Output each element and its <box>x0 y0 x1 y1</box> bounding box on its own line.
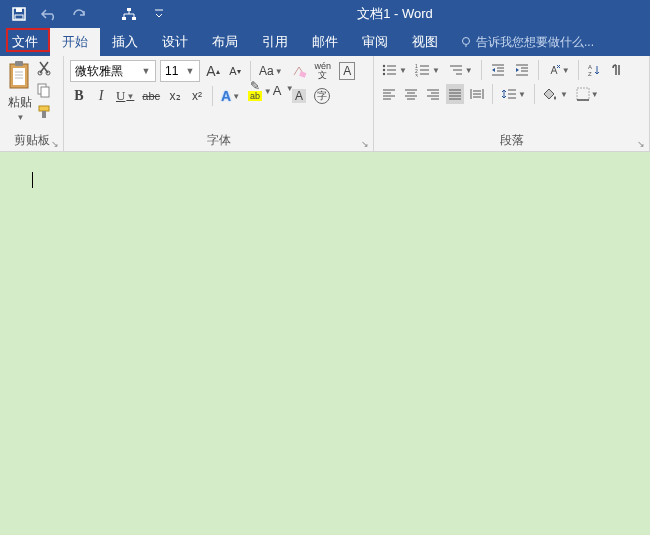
ribbon: 粘贴 ▼ 剪贴板 ↘ <box>0 56 650 152</box>
document-canvas[interactable] <box>0 152 650 535</box>
title-bar: 文档1 - Word <box>0 0 650 28</box>
svg-rect-4 <box>122 17 126 20</box>
phonetic-guide-button[interactable]: wén文 <box>313 61 334 81</box>
tell-me-search[interactable]: 告诉我您想要做什么... <box>460 28 594 56</box>
clear-formatting-icon[interactable] <box>289 61 309 81</box>
increase-indent-button[interactable] <box>512 60 532 80</box>
sort-button[interactable]: AZ <box>585 60 603 80</box>
undo-icon[interactable] <box>40 5 58 23</box>
tab-insert[interactable]: 插入 <box>100 28 150 56</box>
italic-button[interactable]: I <box>92 86 110 106</box>
align-right-button[interactable] <box>424 84 442 104</box>
svg-rect-3 <box>127 8 131 11</box>
window-title: 文档1 - Word <box>217 5 433 23</box>
chevron-down-icon: ▼ <box>17 113 25 122</box>
group-label-font: 字体 ↘ <box>70 132 367 149</box>
shrink-font-button[interactable]: A▾ <box>226 61 244 81</box>
copy-icon[interactable] <box>36 82 54 100</box>
text-cursor <box>32 172 33 188</box>
tab-references[interactable]: 引用 <box>250 28 300 56</box>
font-size-combo[interactable]: ▼ <box>160 60 200 82</box>
show-marks-button[interactable] <box>607 60 625 80</box>
tab-view[interactable]: 视图 <box>400 28 450 56</box>
change-case-button[interactable]: Aa▼ <box>257 61 285 81</box>
decrease-indent-button[interactable] <box>488 60 508 80</box>
svg-text:3: 3 <box>415 73 418 77</box>
svg-rect-5 <box>132 17 136 20</box>
tab-design[interactable]: 设计 <box>150 28 200 56</box>
svg-rect-20 <box>42 111 46 118</box>
align-left-button[interactable] <box>380 84 398 104</box>
paste-button[interactable]: 粘贴 ▼ <box>6 60 34 122</box>
group-label-paragraph: 段落 ↘ <box>380 132 643 149</box>
chevron-down-icon[interactable]: ▼ <box>139 66 153 76</box>
bullets-button[interactable]: ▼ <box>380 60 409 80</box>
tab-home[interactable]: 开始 <box>50 28 100 56</box>
svg-rect-18 <box>41 87 49 97</box>
char-border-button[interactable]: A <box>337 61 357 81</box>
numbering-button[interactable]: 123▼ <box>413 60 442 80</box>
group-paragraph: ▼ 123▼ ▼ ▼ AZ ▼ ▼ <box>374 56 650 151</box>
tab-layout[interactable]: 布局 <box>200 28 250 56</box>
clipboard-icon <box>6 60 34 92</box>
tab-mailings[interactable]: 邮件 <box>300 28 350 56</box>
dialog-launcher-icon[interactable]: ↘ <box>51 139 59 149</box>
separator <box>492 84 493 104</box>
superscript-button[interactable]: x² <box>188 86 206 106</box>
svg-point-7 <box>463 38 470 45</box>
highlight-button[interactable]: ✎ab▼ <box>246 86 264 106</box>
borders-button[interactable]: ▼ <box>574 84 601 104</box>
group-label-clipboard: 剪贴板 ↘ <box>6 132 57 149</box>
group-font: ▼ ▼ A▴ A▾ Aa▼ wén文 A B I U▼ <box>64 56 374 151</box>
svg-point-23 <box>383 69 385 71</box>
lightbulb-icon <box>460 36 472 48</box>
quick-access-toolbar <box>0 5 168 23</box>
asian-layout-button[interactable]: ▼ <box>545 60 572 80</box>
qat-customize-icon[interactable] <box>150 5 168 23</box>
justify-button[interactable] <box>446 84 464 104</box>
strikethrough-button[interactable]: abc <box>140 86 162 106</box>
svg-point-24 <box>383 73 385 75</box>
svg-rect-2 <box>15 15 23 19</box>
distributed-button[interactable] <box>468 84 486 104</box>
tell-me-placeholder: 告诉我您想要做什么... <box>476 34 594 51</box>
font-size-input[interactable] <box>161 64 183 78</box>
svg-point-22 <box>383 65 385 67</box>
chevron-down-icon[interactable]: ▼ <box>183 66 197 76</box>
multilevel-list-button[interactable]: ▼ <box>446 60 475 80</box>
separator <box>534 84 535 104</box>
text-effects-button[interactable]: A▼ <box>219 86 242 106</box>
dialog-launcher-icon[interactable]: ↘ <box>361 139 369 149</box>
dialog-launcher-icon[interactable]: ↘ <box>637 139 645 149</box>
underline-button[interactable]: U▼ <box>114 86 136 106</box>
save-icon[interactable] <box>10 5 28 23</box>
svg-text:A: A <box>588 64 592 70</box>
svg-rect-1 <box>16 8 22 12</box>
bold-button[interactable]: B <box>70 86 88 106</box>
svg-rect-19 <box>39 106 49 111</box>
font-name-input[interactable] <box>71 64 139 78</box>
line-spacing-button[interactable]: ▼ <box>499 84 528 104</box>
shading-button[interactable]: ▼ <box>541 84 570 104</box>
separator <box>538 60 539 80</box>
svg-rect-21 <box>299 71 306 78</box>
tab-file[interactable]: 文件 <box>0 28 50 56</box>
svg-rect-11 <box>13 68 25 85</box>
font-name-combo[interactable]: ▼ <box>70 60 156 82</box>
format-painter-icon[interactable] <box>36 104 54 122</box>
enclose-char-button[interactable]: 字 <box>312 86 332 106</box>
grow-font-button[interactable]: A▴ <box>204 61 222 81</box>
tab-review[interactable]: 审阅 <box>350 28 400 56</box>
svg-text:Z: Z <box>588 71 592 77</box>
hierarchy-icon[interactable] <box>120 5 138 23</box>
separator <box>212 86 213 106</box>
subscript-button[interactable]: x₂ <box>166 86 184 106</box>
cut-icon[interactable] <box>36 60 54 78</box>
ribbon-tabs: 文件 开始 插入 设计 布局 引用 邮件 审阅 视图 告诉我您想要做什么... <box>0 28 650 56</box>
svg-rect-71 <box>577 88 589 100</box>
redo-icon[interactable] <box>70 5 88 23</box>
separator <box>578 60 579 80</box>
align-center-button[interactable] <box>402 84 420 104</box>
paste-label: 粘贴 <box>8 94 32 111</box>
svg-rect-10 <box>15 61 23 66</box>
